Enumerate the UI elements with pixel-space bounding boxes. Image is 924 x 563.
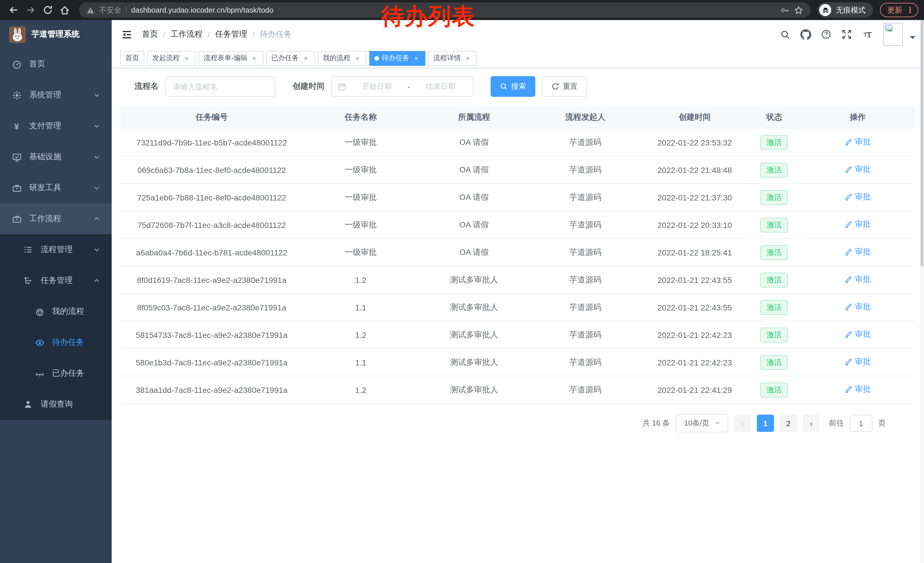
approve-link[interactable]: 审批 <box>844 164 871 175</box>
tab-todo-tasks[interactable]: 待办任务× <box>369 51 425 66</box>
sidebar-item-task-management[interactable]: 任务管理 <box>0 265 112 296</box>
tab-done-tasks[interactable]: 已办任务× <box>266 51 315 66</box>
cell-task-name: 1.1 <box>303 303 418 312</box>
cell-process: OA 请假 <box>418 137 530 147</box>
app-logo-row[interactable]: 芋道管理系统 <box>0 20 112 49</box>
cell-created: 2022-01-21 22:41:29 <box>641 385 748 394</box>
sidebar-item-devtools[interactable]: 研发工具 <box>0 173 112 203</box>
sidebar-item-process-management[interactable]: 流程管理 <box>0 234 112 265</box>
cell-task-id: 8f059c03-7ac8-11ec-a9e2-a2380e71991a <box>120 303 303 312</box>
next-page-button[interactable]: › <box>802 415 820 432</box>
sidebar-item-workflow[interactable]: 工作流程 <box>0 203 112 234</box>
approve-link[interactable]: 审批 <box>844 384 871 395</box>
approve-link[interactable]: 审批 <box>844 357 871 367</box>
fullscreen-icon[interactable] <box>839 26 855 42</box>
cell-task-id: 58154733-7ac8-11ec-a9e2-a2380e71991a <box>120 330 303 339</box>
approve-link[interactable]: 审批 <box>844 247 871 257</box>
avatar[interactable] <box>884 23 903 46</box>
user-icon <box>23 400 33 409</box>
sidebar-item-my-process[interactable]: 我的流程 <box>0 296 112 327</box>
sidebar-item-leave-query[interactable]: 请假查询 <box>0 389 112 420</box>
home-icon[interactable] <box>57 3 72 18</box>
sidebar-item-done-tasks[interactable]: 已办任务 <box>0 358 112 389</box>
scrollbar-thumb[interactable] <box>921 20 923 266</box>
cell-created: 2022-01-22 18:25:41 <box>641 248 748 257</box>
back-icon[interactable] <box>6 3 21 18</box>
cell-starter: 芋道源码 <box>530 330 641 340</box>
approve-link[interactable]: 审批 <box>844 329 871 339</box>
chevron-down-icon <box>93 246 100 253</box>
search-icon[interactable] <box>777 26 793 42</box>
approve-link[interactable]: 审批 <box>844 192 871 202</box>
breadcrumb-task-management[interactable]: 任务管理 <box>215 29 248 39</box>
search-button[interactable]: 搜索 <box>490 76 535 97</box>
bookmark-star-icon[interactable] <box>794 6 803 15</box>
close-icon[interactable]: × <box>250 54 258 62</box>
password-key-icon[interactable] <box>780 6 789 15</box>
page-button-1[interactable]: 1 <box>757 415 774 432</box>
user-menu-caret-icon[interactable] <box>910 36 915 42</box>
prev-page-button[interactable]: ‹ <box>734 415 751 432</box>
approve-link[interactable]: 审批 <box>844 219 871 230</box>
column-header: 任务名称 <box>303 112 418 123</box>
monitor-icon <box>12 152 22 162</box>
cell-created: 2022-01-21 22:42:23 <box>641 358 748 367</box>
tab-process-form-edit[interactable]: 流程表单-编辑× <box>199 51 263 66</box>
goto-page-input[interactable] <box>850 415 873 432</box>
cell-starter: 芋道源码 <box>530 137 641 147</box>
date-range-picker[interactable]: 开始日期 - 结束日期 <box>332 76 474 97</box>
sidebar-item-home[interactable]: 首页 <box>0 49 112 80</box>
close-icon[interactable]: × <box>464 54 472 62</box>
close-icon[interactable]: × <box>302 54 310 62</box>
help-icon[interactable] <box>818 26 834 42</box>
app-title: 芋道管理系统 <box>32 29 80 39</box>
cell-starter: 芋道源码 <box>530 357 641 368</box>
status-badge: 激活 <box>760 245 788 260</box>
breadcrumb-home[interactable]: 首页 <box>142 29 158 39</box>
github-icon[interactable] <box>798 26 813 42</box>
tab-my-process[interactable]: 我的流程× <box>318 51 366 66</box>
sidebar-item-todo-tasks[interactable]: 待办任务 <box>0 327 112 358</box>
close-icon[interactable]: × <box>412 54 420 62</box>
tab-process-detail[interactable]: 流程详情× <box>428 51 477 66</box>
close-icon[interactable]: × <box>353 54 361 62</box>
yen-icon: ¥ <box>12 121 22 131</box>
tags-view: 首页 发起流程× 流程表单-编辑× 已办任务× 我的流程× 待办任务× 流程详情… <box>112 49 924 68</box>
reload-icon[interactable] <box>40 3 55 18</box>
process-name-input[interactable] <box>165 76 275 97</box>
page-button-2[interactable]: 2 <box>780 415 797 432</box>
sidebar-item-label: 支付管理 <box>29 121 61 131</box>
table-row: 8f0d1619-7ac8-11ec-a9e2-a2380e71991a 1.2… <box>120 266 915 294</box>
sidebar-item-infrastructure[interactable]: 基础设施 <box>0 141 112 173</box>
update-button[interactable]: 更新 ⋮ <box>880 3 918 17</box>
sidebar-item-label: 研发工具 <box>29 183 61 193</box>
tab-start-process[interactable]: 发起流程× <box>147 51 196 66</box>
sidebar-toggle-icon[interactable] <box>120 28 133 41</box>
workflow-icon <box>12 214 22 224</box>
sidebar-item-payment[interactable]: ¥ 支付管理 <box>0 111 112 141</box>
cell-task-name: 一级审批 <box>303 220 418 230</box>
cell-task-name: 1.1 <box>303 358 418 367</box>
tab-home[interactable]: 首页 <box>120 51 144 66</box>
cell-process: 测试多审批人 <box>418 275 530 285</box>
breadcrumb-workflow[interactable]: 工作流程 <box>171 29 202 39</box>
sidebar-item-label: 系统管理 <box>29 90 61 100</box>
font-size-icon[interactable]: TT <box>859 26 875 42</box>
start-date-placeholder: 开始日期 <box>350 81 404 92</box>
update-label: 更新 <box>887 5 902 15</box>
cell-created: 2022-01-22 23:53:32 <box>641 138 748 147</box>
status-badge: 激活 <box>760 300 788 315</box>
approve-link[interactable]: 审批 <box>844 302 871 312</box>
cell-task-id: 381aa1dd-7ac8-11ec-a9e2-a2380e71991a <box>120 385 303 394</box>
table-body: 73211d9d-7b9b-11ec-b5b7-acde48001122 一级审… <box>120 129 915 404</box>
approve-link[interactable]: 审批 <box>844 274 871 285</box>
close-icon[interactable]: × <box>183 54 190 62</box>
sidebar-item-system[interactable]: 系统管理 <box>0 80 112 111</box>
approve-link[interactable]: 审批 <box>844 137 871 147</box>
reset-button[interactable]: 重置 <box>542 76 587 97</box>
cell-created: 2022-01-22 20:33:10 <box>641 220 748 230</box>
page-size-select[interactable]: 10条/页 <box>675 414 728 432</box>
eye-icon <box>34 338 45 347</box>
browser-menu-icon[interactable]: ⋮ <box>906 6 914 14</box>
forward-icon[interactable] <box>23 3 38 18</box>
